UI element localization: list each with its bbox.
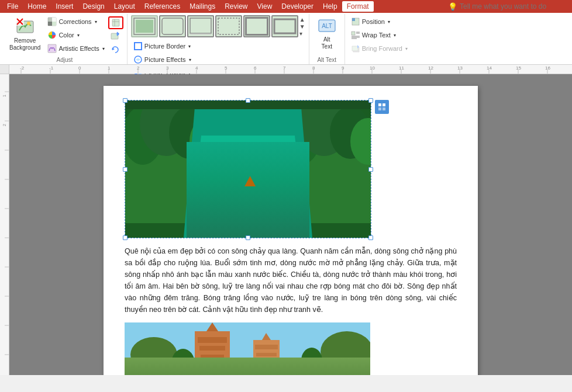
menu-developer[interactable]: Developer bbox=[277, 1, 318, 12]
compress-icon bbox=[111, 18, 120, 27]
document-image-temple-container[interactable] bbox=[125, 322, 457, 375]
wrap-text-icon bbox=[351, 30, 360, 40]
temple-image-svg bbox=[125, 322, 370, 375]
reset-picture-button[interactable] bbox=[108, 43, 123, 56]
picture-border-icon bbox=[133, 41, 143, 51]
menu-mailings[interactable]: Mailings bbox=[185, 1, 220, 12]
handle-mid-left[interactable] bbox=[123, 167, 128, 172]
river-image-svg bbox=[125, 100, 371, 238]
styles-scroll-down[interactable]: ▼ bbox=[299, 23, 305, 30]
menu-layout[interactable]: Layout bbox=[109, 1, 140, 12]
menu-format[interactable]: Format bbox=[342, 1, 374, 12]
menu-design[interactable]: Design bbox=[78, 1, 109, 12]
svg-rect-8 bbox=[48, 22, 52, 26]
menu-references[interactable]: References bbox=[140, 1, 185, 12]
adjust-group-label: Adjust bbox=[57, 57, 73, 64]
svg-rect-130 bbox=[216, 360, 221, 375]
svg-point-133 bbox=[301, 348, 322, 373]
svg-rect-128 bbox=[256, 353, 277, 356]
position-dropdown-icon: ▾ bbox=[388, 19, 390, 25]
svg-rect-114 bbox=[378, 107, 381, 110]
svg-rect-127 bbox=[255, 345, 278, 349]
styles-scroll-up[interactable]: ▲ bbox=[299, 16, 305, 23]
image-layout-options-button[interactable] bbox=[375, 100, 389, 114]
picture-style-1[interactable] bbox=[131, 15, 158, 37]
svg-text:8: 8 bbox=[312, 65, 315, 71]
picture-border-button[interactable]: Picture Border ▾ bbox=[131, 40, 194, 53]
document-page: Quê nội của em đẹp bởi có con sông chảy … bbox=[104, 86, 478, 375]
compress-pictures-button[interactable] bbox=[108, 16, 123, 29]
svg-text:1: 1 bbox=[108, 65, 111, 71]
artistic-effects-label: Artistic Effects bbox=[58, 45, 99, 52]
tell-me-input[interactable] bbox=[460, 2, 565, 11]
change-picture-button[interactable] bbox=[108, 30, 123, 43]
alt-text-label: AltText bbox=[322, 36, 332, 50]
svg-text:15: 15 bbox=[516, 65, 521, 71]
svg-text:14: 14 bbox=[487, 65, 492, 71]
picture-style-5[interactable] bbox=[243, 15, 270, 37]
picture-style-2[interactable] bbox=[159, 15, 186, 37]
picture-style-3[interactable] bbox=[187, 15, 214, 37]
svg-rect-37 bbox=[352, 32, 355, 35]
wrap-text-button[interactable]: Wrap Text ▾ bbox=[349, 29, 398, 41]
position-button[interactable]: Position ▾ bbox=[349, 15, 392, 28]
alt-text-button[interactable]: ALT AltText bbox=[313, 15, 341, 53]
color-label: Color bbox=[58, 32, 74, 39]
svg-rect-112 bbox=[378, 103, 381, 106]
remove-background-label: RemoveBackground bbox=[9, 37, 40, 51]
document-area[interactable]: Quê nội của em đẹp bởi có con sông chảy … bbox=[9, 74, 572, 375]
remove-background-button[interactable]: RemoveBackground bbox=[6, 15, 44, 54]
handle-bot-right[interactable] bbox=[368, 235, 373, 240]
styles-expand[interactable]: ▾ bbox=[299, 30, 305, 37]
handle-mid-right[interactable] bbox=[368, 167, 373, 172]
image-selection-border bbox=[125, 100, 371, 238]
svg-rect-27 bbox=[135, 43, 142, 50]
artistic-effects-button[interactable]: Artistic Effects ▾ bbox=[45, 42, 106, 55]
reset-picture-icon bbox=[111, 45, 120, 54]
svg-text:ALT: ALT bbox=[322, 23, 332, 29]
ribbon-group-adjust: RemoveBackground bbox=[2, 14, 128, 64]
corrections-button[interactable]: Corrections ▾ bbox=[45, 15, 106, 28]
svg-rect-115 bbox=[383, 107, 385, 110]
svg-rect-21 bbox=[190, 18, 211, 33]
menu-view[interactable]: View bbox=[253, 1, 277, 12]
handle-bot-mid[interactable] bbox=[246, 235, 250, 240]
ribbon-group-picture-styles: ▲ ▼ ▾ Picture Border ▾ bbox=[128, 14, 309, 64]
menu-help[interactable]: Help bbox=[318, 1, 342, 12]
menu-home[interactable]: Home bbox=[23, 1, 51, 12]
picture-border-dropdown-icon: ▾ bbox=[188, 44, 191, 49]
picture-border-label: Picture Border bbox=[144, 43, 185, 50]
menu-file[interactable]: File bbox=[2, 1, 23, 12]
picture-style-6[interactable] bbox=[271, 15, 298, 37]
corrections-icon bbox=[47, 17, 57, 26]
svg-text:3: 3 bbox=[166, 65, 169, 71]
picture-effects-button[interactable]: Picture Effects ▾ bbox=[131, 53, 194, 66]
bring-forward-dropdown-icon: ▾ bbox=[405, 46, 408, 51]
main-area: 1 2 bbox=[0, 74, 572, 375]
bring-forward-button[interactable]: Bring Forward ▾ bbox=[349, 42, 410, 55]
handle-top-right[interactable] bbox=[368, 98, 373, 103]
handle-top-left[interactable] bbox=[123, 98, 128, 103]
svg-text:12: 12 bbox=[428, 65, 433, 71]
picture-style-4[interactable] bbox=[215, 15, 242, 37]
picture-styles-scroll[interactable]: ▲ ▼ ▾ bbox=[299, 16, 305, 37]
svg-text:-1: -1 bbox=[49, 65, 54, 71]
svg-rect-25 bbox=[247, 19, 267, 34]
selected-image-container[interactable] bbox=[125, 100, 371, 238]
color-icon bbox=[47, 30, 57, 40]
accessibility-group-content: ALT AltText bbox=[313, 15, 341, 57]
menu-insert[interactable]: Insert bbox=[51, 1, 78, 12]
svg-point-109 bbox=[241, 199, 255, 204]
document-image-river[interactable] bbox=[125, 100, 371, 238]
handle-top-mid[interactable] bbox=[246, 98, 250, 103]
ribbon-group-accessibility: ALT AltText Alt Text bbox=[309, 14, 345, 64]
wrap-text-label: Wrap Text bbox=[362, 32, 391, 39]
ribbon-group-arrange: Position ▾ Wrap Text bbox=[345, 14, 414, 64]
ribbon-content: RemoveBackground bbox=[0, 13, 572, 64]
ruler-scale-h: -2 -1 0 1 2 3 4 5 6 7 8 bbox=[9, 65, 572, 74]
menu-review[interactable]: Review bbox=[220, 1, 252, 12]
svg-rect-124 bbox=[201, 355, 224, 358]
svg-rect-113 bbox=[383, 103, 385, 106]
handle-bot-left[interactable] bbox=[123, 235, 128, 240]
color-button[interactable]: Color ▾ bbox=[45, 29, 106, 41]
